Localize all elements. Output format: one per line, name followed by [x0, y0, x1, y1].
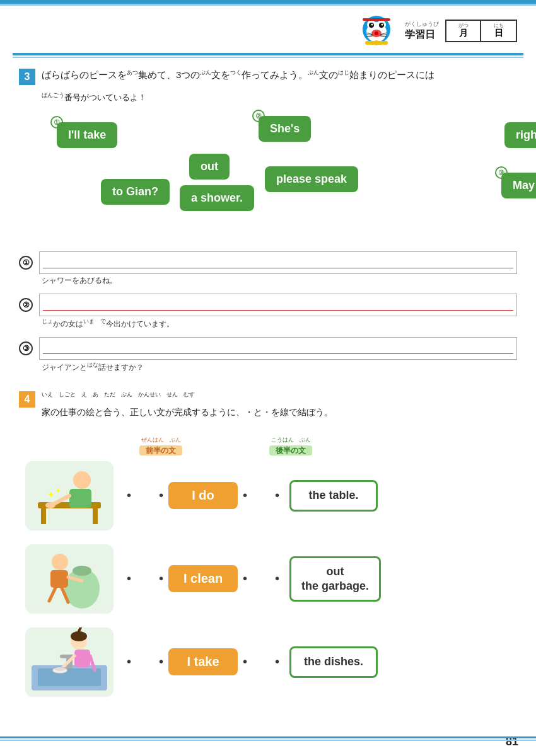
month-char: 月 — [459, 28, 468, 39]
svg-point-6 — [371, 24, 373, 26]
illus-box-1: ✦ ✦ — [25, 461, 114, 530]
illus-box-2 — [25, 544, 114, 614]
verb-3: I take — [168, 648, 238, 675]
dot-2-left: • — [127, 571, 131, 586]
svg-point-31 — [73, 566, 91, 576]
svg-point-23 — [73, 471, 91, 489]
study-label: がくしゅうび 学習日 — [405, 20, 439, 42]
section4-number: 4 — [19, 391, 35, 408]
dot-verb-3-right: • — [243, 655, 247, 669]
header-line-blue — [13, 53, 523, 55]
verb-1-wrapper: • I do • — [154, 482, 252, 509]
study-furigana: がくしゅうび — [405, 20, 439, 28]
month-furigana: がつ — [458, 22, 469, 29]
illus-2 — [25, 544, 117, 614]
svg-rect-16 — [363, 18, 390, 21]
answer-1-num: ① — [19, 256, 33, 270]
header-date-section: がくしゅうび 学習日 がつ 月 にち 日 — [405, 20, 517, 42]
study-text: 学習日 — [405, 29, 435, 40]
garbage-svg — [25, 544, 114, 614]
bottom-border-blue — [0, 736, 536, 738]
section3: 3 ばらばらのピースをあつ集めて、3つのぶん文をつく作ってみよう。ぶん文のはじ始… — [0, 58, 536, 387]
section3-text: ばらばらのピースをあつ集めて、3つのぶん文をつく作ってみよう。ぶん文のはじ始まり… — [42, 67, 434, 83]
table-wipe-svg: ✦ ✦ — [25, 461, 114, 530]
answer-1-translation: シャワーをあびるね。 — [42, 275, 517, 286]
answer-1-line — [39, 251, 517, 274]
svg-point-43 — [71, 631, 87, 641]
dot-2-right: • — [275, 571, 279, 586]
answer-3-translation: ジャイアンとはな話せますか？ — [42, 361, 517, 373]
dot-verb-2-right: • — [243, 571, 247, 586]
svg-rect-33 — [50, 570, 68, 588]
dot-1-left: • — [127, 488, 131, 503]
matching-row-1: ✦ ✦ • • I do • • the table. — [25, 461, 511, 530]
dot-verb-1-left: • — [159, 488, 163, 503]
col-right-furigana: こうはん ぶん — [240, 436, 341, 444]
object-2: out the garbage. — [289, 556, 381, 602]
svg-rect-21 — [41, 508, 46, 524]
answer-row-3: ③ — [19, 337, 517, 360]
section4-title-row: 4 いえ しごと え あ ただ ぶん かんせい せん むす 家の仕事の絵と合う、… — [19, 390, 517, 430]
svg-point-32 — [52, 554, 68, 570]
month-cell: がつ 月 — [446, 21, 481, 41]
col-left-label: 前半の文 — [139, 445, 182, 455]
day-char: 日 — [494, 28, 503, 39]
svg-rect-22 — [93, 508, 98, 524]
date-box: がつ 月 にち 日 — [445, 20, 517, 42]
section3-title-row: 3 ばらばらのピースをあつ集めて、3つのぶん文をつく作ってみよう。ぶん文のはじ始… — [19, 67, 517, 85]
dot-3-left: • — [127, 655, 131, 669]
answer-3-num: ③ — [19, 341, 33, 355]
svg-rect-45 — [74, 650, 90, 667]
answer-1-red-line — [43, 268, 513, 269]
answer-3-red-line — [43, 353, 513, 355]
piece-a-shower-text: a shower. — [180, 185, 254, 211]
answer-2-red-line — [43, 310, 513, 311]
doraemon-icon — [358, 12, 395, 50]
answer-section: ① シャワーをあびるね。 ② じょかの女はいま で今出かけています。 ③ ジャイ… — [19, 251, 517, 373]
answer-2-translation: じょかの女はいま で今出かけています。 — [42, 318, 517, 329]
answer-row-1: ① — [19, 251, 517, 274]
answer-2-num: ② — [19, 298, 33, 312]
day-furigana: にち — [494, 22, 504, 29]
dishes-svg — [25, 627, 114, 697]
top-border-light — [0, 4, 536, 6]
bottom-border-light — [0, 740, 536, 741]
section3-instruction: ばらばらのピースをあつ集めて、3つのぶん文をつく作ってみよう。ぶん文のはじ始まり… — [42, 67, 434, 83]
svg-rect-18 — [365, 41, 388, 45]
piece-out-text: out — [189, 154, 230, 180]
section3-number: 3 — [19, 69, 35, 85]
illus-3 — [25, 627, 117, 697]
col-right-label: 後半の文 — [269, 445, 312, 455]
piece-to-gian-text: to Gian? — [101, 179, 170, 205]
dot-verb-1-right: • — [243, 488, 247, 503]
svg-point-9 — [375, 32, 378, 35]
svg-rect-24 — [69, 489, 91, 508]
section4-instruction: いえ しごと え あ ただ ぶん かんせい せん むす 家の仕事の絵と合う、正し… — [42, 390, 333, 420]
col-left-furigana: ぜんはん ぶん — [123, 436, 199, 444]
col-right-header: こうはん ぶん 後半の文 — [240, 436, 341, 456]
svg-text:✦: ✦ — [47, 490, 55, 500]
col-left-header: ぜんはん ぶん 前半の文 — [123, 436, 199, 456]
object-3: the dishes. — [289, 646, 378, 677]
svg-point-49 — [54, 667, 66, 671]
answer-2-line — [39, 294, 517, 316]
matching-row-3: • • I take • • the dishes. — [25, 627, 511, 697]
illus-1: ✦ ✦ — [25, 461, 117, 530]
matching-section: ✦ ✦ • • I do • • the table. — [19, 461, 517, 697]
svg-text:✦: ✦ — [55, 487, 61, 494]
piece-2-text: She's — [259, 116, 311, 142]
svg-line-44 — [79, 627, 81, 631]
piece-right-now-text: right now. — [504, 122, 536, 148]
dot-1-right: • — [275, 488, 279, 503]
verb-2-wrapper: • I clean • — [154, 565, 252, 592]
puzzle-area: ① I'll take out ② She's right now. pleas… — [19, 110, 517, 242]
illus-box-3 — [25, 627, 114, 697]
piece-1-text: I'll take — [57, 122, 117, 148]
answer-3-line — [39, 337, 517, 360]
verb-2: I clean — [168, 565, 238, 592]
section3-subtext: ばんごう番号がついているよ！ — [42, 91, 517, 103]
dot-3-right: • — [275, 655, 279, 669]
svg-point-26 — [45, 502, 55, 508]
answer-row-2: ② — [19, 294, 517, 316]
piece-please-speak-text: please speak — [265, 166, 358, 192]
